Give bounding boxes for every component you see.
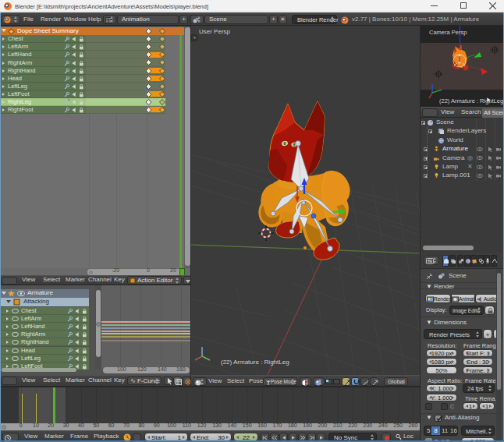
svg-text:Camera Persp: Camera Persp: [429, 29, 467, 36]
svg-text:(22) Armature : RightLeg: (22) Armature : RightLeg: [221, 359, 289, 366]
svg-text:User Persp: User Persp: [199, 28, 231, 35]
svg-text:(22) Armature : RightLeg: (22) Armature : RightLeg: [439, 97, 503, 104]
